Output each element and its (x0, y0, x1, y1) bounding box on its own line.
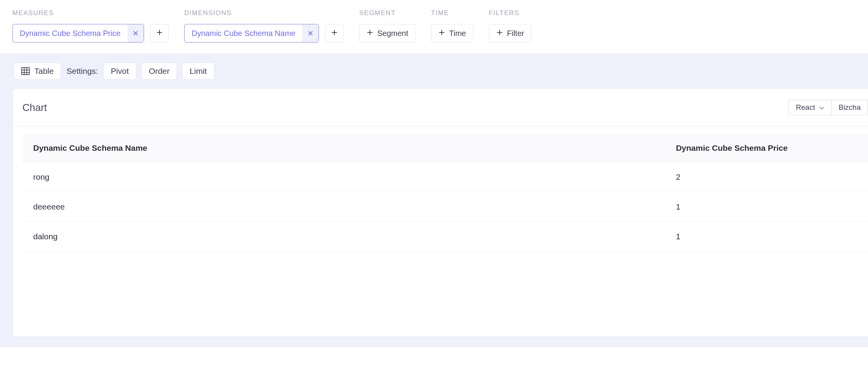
time-row: Time (431, 24, 473, 43)
table-cell-price: 1 (665, 222, 868, 252)
table-cell-price: 2 (665, 162, 868, 192)
segment-label: SEGMENT (359, 9, 415, 17)
chart-type-button[interactable]: Table (14, 63, 61, 80)
filters-label: FILTERS (489, 9, 531, 17)
close-icon[interactable] (302, 24, 319, 42)
table-cell-name: deeeeee (22, 192, 665, 222)
plus-icon (366, 29, 373, 37)
framework-select-label: React (796, 103, 815, 112)
measures-row: Dynamic Cube Schema Price (12, 24, 169, 43)
table-row: dalong 1 (22, 222, 868, 252)
segment-section: SEGMENT Segment (359, 9, 415, 43)
table-header-price[interactable]: Dynamic Cube Schema Price (665, 134, 868, 162)
settings-label: Settings: (66, 66, 98, 76)
add-measure-button[interactable] (150, 24, 169, 43)
plus-icon (496, 29, 503, 37)
dimensions-label: DIMENSIONS (184, 9, 344, 17)
add-time-button[interactable]: Time (431, 24, 473, 43)
filters-row: Filter (489, 24, 531, 43)
chart-lib-select[interactable]: Bizcha (832, 100, 868, 115)
table-cell-price: 1 (665, 192, 868, 222)
limit-button[interactable]: Limit (182, 63, 214, 80)
time-label: TIME (431, 9, 473, 17)
framework-select[interactable]: React (788, 100, 832, 115)
chart-header: Chart React Bizcha (13, 89, 868, 126)
filter-button-label: Filter (507, 29, 524, 38)
measures-section: MEASURES Dynamic Cube Schema Price (12, 9, 169, 43)
table-header-name[interactable]: Dynamic Cube Schema Name (22, 134, 665, 162)
dimension-tag: Dynamic Cube Schema Name (184, 24, 319, 43)
table-header-row: Dynamic Cube Schema Name Dynamic Cube Sc… (22, 134, 868, 162)
time-section: TIME Time (431, 9, 473, 43)
pivot-button[interactable]: Pivot (103, 63, 136, 80)
table-icon (21, 67, 30, 75)
plus-icon (156, 29, 163, 37)
chart-type-label: Table (34, 66, 54, 76)
measure-tag: Dynamic Cube Schema Price (12, 24, 144, 43)
content-area: Table Settings: Pivot Order Limit Chart … (0, 53, 868, 347)
table-cell-name: dalong (22, 222, 665, 252)
add-filter-button[interactable]: Filter (489, 24, 531, 43)
svg-rect-14 (22, 68, 29, 75)
add-segment-button[interactable]: Segment (359, 24, 415, 43)
chart-panel: Chart React Bizcha Dynamic Cube Schema N… (13, 89, 868, 336)
table-row: deeeeee 1 (22, 192, 868, 222)
dimensions-row: Dynamic Cube Schema Name (184, 24, 344, 43)
measures-label: MEASURES (12, 9, 169, 17)
dimension-tag-label[interactable]: Dynamic Cube Schema Name (185, 24, 302, 42)
filters-section: FILTERS Filter (489, 9, 531, 43)
chart-lib-select-label: Bizcha (839, 103, 861, 112)
query-builder-bar: MEASURES Dynamic Cube Schema Price DIMEN… (0, 0, 868, 53)
measure-tag-label[interactable]: Dynamic Cube Schema Price (13, 24, 127, 42)
table-body: rong 2 deeeeee 1 dalong 1 (22, 162, 868, 252)
table-row: rong 2 (22, 162, 868, 192)
time-button-label: Time (449, 29, 466, 38)
add-dimension-button[interactable] (325, 24, 344, 43)
segment-row: Segment (359, 24, 415, 43)
close-icon[interactable] (127, 24, 144, 42)
table-cell-name: rong (22, 162, 665, 192)
dimensions-section: DIMENSIONS Dynamic Cube Schema Name (184, 9, 344, 43)
segment-button-label: Segment (377, 29, 408, 38)
chevron-down-icon (819, 103, 824, 112)
order-button[interactable]: Order (142, 63, 177, 80)
plus-icon (438, 29, 445, 37)
settings-row: Table Settings: Pivot Order Limit (0, 63, 868, 89)
plus-icon (331, 29, 338, 37)
chart-title: Chart (22, 102, 47, 114)
chart-controls: React Bizcha (788, 100, 868, 115)
results-table: Dynamic Cube Schema Name Dynamic Cube Sc… (22, 134, 868, 252)
